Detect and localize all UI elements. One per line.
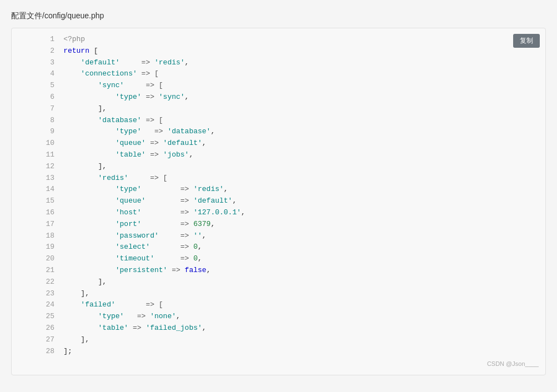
table-row: 18 'password' => '',	[12, 230, 545, 242]
table-row: 13 'redis' => [	[12, 173, 545, 184]
line-code: return [	[63, 46, 545, 57]
line-number: 23	[12, 288, 63, 300]
table-row: 10 'queue' => 'default',	[12, 138, 545, 149]
line-number: 2	[12, 46, 63, 57]
table-row: 2return [	[12, 46, 545, 57]
line-number: 22	[12, 277, 63, 288]
line-number: 28	[12, 346, 63, 358]
copy-button[interactable]: 复制	[513, 34, 540, 48]
table-row: 6 'type' => 'sync',	[12, 92, 545, 103]
table-row: 27 ],	[12, 334, 545, 346]
table-row: 4 'connections' => [	[12, 68, 545, 80]
page-title: 配置文件/config/queue.php	[11, 11, 546, 21]
table-row: 19 'select' => 0,	[12, 242, 545, 253]
watermark: CSDN @Json____	[12, 357, 545, 369]
table-row: 22 ],	[12, 277, 545, 288]
line-code: ];	[63, 346, 545, 358]
table-row: 14 'type' => 'redis',	[12, 184, 545, 195]
table-row: 5 'sync' => [	[12, 80, 545, 92]
table-row: 25 'type' => 'none',	[12, 311, 545, 323]
table-row: 20 'timeout' => 0,	[12, 253, 545, 265]
line-number: 4	[12, 68, 63, 80]
line-number: 5	[12, 80, 63, 92]
line-number: 12	[12, 161, 63, 173]
line-code: 'connections' => [	[63, 68, 545, 80]
line-code: 'queue' => 'default',	[63, 138, 545, 149]
line-code: <?php	[63, 34, 545, 46]
line-code: 'type' => 'redis',	[63, 184, 545, 195]
line-code: ],	[63, 161, 545, 173]
table-row: 24 'failed' => [	[12, 299, 545, 311]
table-row: 26 'table' => 'failed_jobs',	[12, 323, 545, 334]
line-number: 9	[12, 126, 63, 138]
line-number: 6	[12, 92, 63, 103]
line-code: ],	[63, 277, 545, 288]
line-number: 27	[12, 334, 63, 346]
line-code: 'persistent' => false,	[63, 265, 545, 277]
line-number: 1	[12, 34, 63, 46]
line-code: 'database' => [	[63, 115, 545, 127]
line-number: 3	[12, 57, 63, 69]
line-number: 20	[12, 253, 63, 265]
line-code: 'sync' => [	[63, 80, 545, 92]
line-code: 'password' => '',	[63, 230, 545, 242]
table-row: 11 'table' => 'jobs',	[12, 149, 545, 161]
table-row: 17 'port' => 6379,	[12, 219, 545, 230]
line-code: ],	[63, 103, 545, 115]
table-row: 28];	[12, 346, 545, 358]
line-code: 'redis' => [	[63, 173, 545, 184]
line-number: 7	[12, 103, 63, 115]
line-code: 'select' => 0,	[63, 242, 545, 253]
line-number: 16	[12, 207, 63, 219]
line-number: 17	[12, 219, 63, 230]
line-number: 15	[12, 195, 63, 207]
line-code: 'table' => 'jobs',	[63, 149, 545, 161]
table-row: 23 ],	[12, 288, 545, 300]
table-row: 15 'queue' => 'default',	[12, 195, 545, 207]
line-code: 'table' => 'failed_jobs',	[63, 323, 545, 334]
line-number: 19	[12, 242, 63, 253]
line-code: 'failed' => [	[63, 299, 545, 311]
line-code: 'type' => 'sync',	[63, 92, 545, 103]
line-number: 11	[12, 149, 63, 161]
line-number: 25	[12, 311, 63, 323]
table-row: 7 ],	[12, 103, 545, 115]
line-code: ],	[63, 288, 545, 300]
line-code: 'queue' => 'default',	[63, 195, 545, 207]
line-number: 24	[12, 299, 63, 311]
table-row: 12 ],	[12, 161, 545, 173]
code-table: 1<?php2return [3 'default' => 'redis',4 …	[12, 34, 545, 357]
table-row: 1<?php	[12, 34, 545, 46]
line-code: 'port' => 6379,	[63, 219, 545, 230]
table-row: 3 'default' => 'redis',	[12, 57, 545, 69]
line-code: 'timeout' => 0,	[63, 253, 545, 265]
line-number: 26	[12, 323, 63, 334]
line-number: 8	[12, 115, 63, 127]
line-code: 'default' => 'redis',	[63, 57, 545, 69]
line-number: 13	[12, 173, 63, 184]
line-number: 14	[12, 184, 63, 195]
line-number: 21	[12, 265, 63, 277]
line-code: 'type' => 'none',	[63, 311, 545, 323]
line-code: ],	[63, 334, 545, 346]
table-row: 9 'type' => 'database',	[12, 126, 545, 138]
line-number: 18	[12, 230, 63, 242]
table-row: 8 'database' => [	[12, 115, 545, 127]
table-row: 16 'host' => '127.0.0.1',	[12, 207, 545, 219]
table-row: 21 'persistent' => false,	[12, 265, 545, 277]
line-code: 'type' => 'database',	[63, 126, 545, 138]
code-container: 复制 1<?php2return [3 'default' => 'redis'…	[11, 28, 546, 375]
line-number: 10	[12, 138, 63, 149]
line-code: 'host' => '127.0.0.1',	[63, 207, 545, 219]
